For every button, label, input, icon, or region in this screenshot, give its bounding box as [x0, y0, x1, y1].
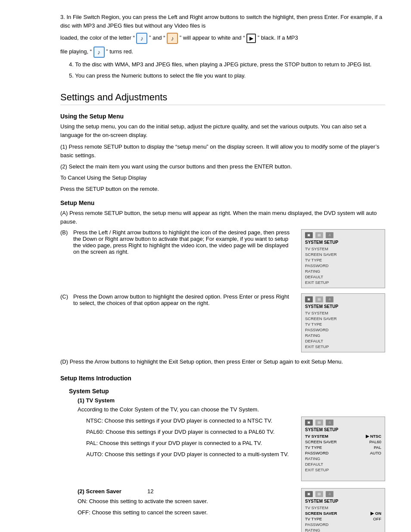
box1b-item-6: DEFAULT [305, 338, 381, 344]
box1b-item-4: PASSWORD [305, 327, 381, 333]
step-c-section: (C) Press the Down arrow button to highl… [60, 293, 385, 352]
box1b-item-5: RATING [305, 333, 381, 338]
box3-item-4: PASSWORD [305, 522, 381, 527]
item4: 4. To the disc with WMA, MP3 and JPEG fi… [69, 60, 385, 69]
step-b-text: (B) Press the Left / Right arrow buttons… [60, 229, 293, 259]
box2-row-4: PASSWORD AUTO [305, 450, 381, 456]
loaded-text-black: ” black. If a MP3 [258, 35, 298, 41]
box2-row2-label: SCREEN SAVER [305, 439, 337, 444]
box1-item-6: DEFAULT [305, 274, 381, 280]
step-b-container: (B) Press the Left / Right arrow buttons… [73, 229, 293, 255]
box2-row1-label: TV SYSTEM [305, 434, 328, 439]
cancel-body: Press the SETUP button on the remote. [60, 185, 385, 193]
step1: (1) Press remote SETUP button to display… [60, 143, 385, 160]
step-b-label: (B) [60, 229, 68, 236]
tv-system-body: According to the Color System of the TV,… [78, 405, 385, 414]
playing-text-pre: file playing, “ [60, 49, 92, 55]
screen-saver-on: ON: Choose this setting to activate the … [78, 497, 293, 506]
box2-item-7: EXIT SETUP [305, 467, 381, 473]
step-c-label: (C) [60, 293, 68, 300]
screen-saver-section: (2) Screen Saver 12 ON: Choose this sett… [60, 488, 385, 532]
step-c-text: (C) Press the Down arrow button to highl… [60, 293, 293, 311]
cancel-title: To Cancel Using the Setup Display [60, 174, 385, 182]
auto-text: AUTO: Choose this settings if your DVD p… [86, 450, 293, 459]
loaded-text-white: ” will appear to white and “ [180, 35, 245, 41]
box3-row3-value: OFF [373, 516, 381, 521]
box3-row-2: SCREEN SAVER ▶ ON [305, 510, 381, 516]
box3-item-1: TV SYSTEM [305, 505, 381, 510]
setup-box-1: ▣ ▤ ♫ SYSTEM SETUP TV SYSTEM SCREEN SAVE… [301, 229, 385, 288]
box1-header: ▣ ▤ ♫ [305, 232, 381, 238]
paragraph-3-loaded: loaded, the color of the letter “ ♪ ” an… [60, 33, 385, 44]
box3-icon3: ♫ [326, 491, 333, 497]
section-title: Settings and Adjustments [60, 92, 385, 105]
step-d: (D) Press the Arrow buttons to highlight… [60, 358, 385, 366]
box2-icon2: ▤ [315, 420, 323, 426]
playing-text-post: ” turns red. [106, 49, 133, 55]
step-c-body: Press the Down arrow button to highlight… [73, 293, 289, 306]
box2-item-6: DEFAULT [305, 461, 381, 467]
box2-row-3: TV TYPE PAL [305, 445, 381, 450]
box3-icon2: ▤ [315, 491, 323, 497]
box3-title: SYSTEM SETUP [305, 499, 381, 504]
tv-system-options: NTSC: Choose this settings if your DVD p… [78, 417, 293, 462]
pal60-text: PAL60: Choose this settings if your DVD … [86, 428, 293, 436]
box2-row1-value: ▶ NTSC [366, 434, 382, 439]
box1b-header: ▣ ▤ ♫ [305, 296, 381, 302]
page-number: 12 [147, 488, 153, 495]
tv-system-title: (1) TV System [78, 397, 385, 404]
box3-row2-value: ▶ ON [371, 511, 381, 516]
box1b-icon1: ▣ [305, 296, 313, 302]
setup-items-title: Setup Items Introduction [60, 375, 385, 382]
box1-item-3: TV TYPE [305, 257, 381, 263]
box1b-icon2: ▤ [315, 296, 323, 302]
paragraph-3-playing: file playing, “ ♪ ” turns red. [60, 47, 385, 58]
setup-box-3: ▣ ▤ ♫ SYSTEM SETUP TV SYSTEM SCREEN SAVE… [301, 488, 385, 532]
box1b-icon3: ♫ [326, 296, 333, 302]
box3-row3-label: TV TYPE [305, 516, 322, 521]
box2-header: ▣ ▤ ♫ [305, 420, 381, 426]
play-icon: ▶ [246, 34, 256, 43]
box3-header: ▣ ▤ ♫ [305, 491, 381, 497]
screen-saver-title: (2) Screen Saver [78, 488, 121, 495]
box2-row4-label: PASSWORD [305, 451, 329, 455]
box1b-item-1: TV SYSTEM [305, 310, 381, 316]
screen-saver-text: (2) Screen Saver 12 ON: Choose this sett… [60, 488, 293, 520]
screen-saver-off: OFF: Choose this setting to cancel the s… [78, 508, 293, 517]
item5: 5. You can press the Numeric buttons to … [69, 72, 385, 80]
box3-icon1: ▣ [305, 491, 313, 497]
step-b-body: Press the Left / Right arrow buttons to … [73, 229, 290, 255]
using-setup-menu-title: Using the Setup Menu [60, 113, 385, 120]
box2-item-5: RATING [305, 456, 381, 461]
step-b-section: (B) Press the Left / Right arrow buttons… [60, 229, 385, 288]
box2-row-1: TV SYSTEM ▶ NTSC [305, 433, 381, 439]
box2-row-2: SCREEN SAVER PAL60 [305, 439, 381, 445]
using-setup-menu-body: Using the setup menu, you can do the ini… [60, 122, 385, 140]
music-icon-orange: ♪ [167, 33, 178, 44]
tv-system-section: NTSC: Choose this settings if your DVD p… [60, 417, 385, 481]
box1b-item-7: EXIT SETUP [305, 344, 381, 349]
music-icon-red: ♪ [93, 47, 105, 58]
top-section: 3. In File Switch Region, you can press … [60, 13, 385, 80]
box2-icon3: ♫ [326, 420, 333, 426]
loaded-text-and: ” and “ [149, 35, 165, 41]
box2-row3-label: TV TYPE [305, 445, 322, 450]
loaded-text-pre: loaded, the color of the letter “ [60, 35, 135, 41]
box3-row2-label: SCREEN SAVER [305, 511, 337, 516]
box1-item-1: TV SYSTEM [305, 246, 381, 252]
music-icon-blue: ♪ [136, 33, 147, 44]
box2-icon1: ▣ [305, 420, 313, 426]
setup-box-2: ▣ ▤ ♫ SYSTEM SETUP TV SYSTEM ▶ NTSC SCRE… [301, 417, 385, 481]
box2-row4-value: AUTO [370, 451, 381, 455]
box1-icon1: ▣ [305, 232, 313, 238]
step-c-container: (C) Press the Down arrow button to highl… [73, 293, 293, 306]
system-setup-title: System Setup [69, 388, 385, 395]
box2-row2-value: PAL60 [369, 439, 381, 444]
ntsc-text: NTSC: Choose this settings if your DVD p… [86, 417, 293, 425]
paragraph-3-intro: 3. In File Switch Region, you can press … [60, 13, 385, 30]
pal-text: PAL: Choose this settings if your DVD pl… [86, 439, 293, 448]
box3-item-5: RATING [305, 527, 381, 532]
setup-box-1b: ▣ ▤ ♫ SYSTEM SETUP TV SYSTEM SCREEN SAVE… [301, 293, 385, 352]
box1b-item-3: TV TYPE [305, 321, 381, 327]
box1-item-4: PASSWORD [305, 263, 381, 268]
